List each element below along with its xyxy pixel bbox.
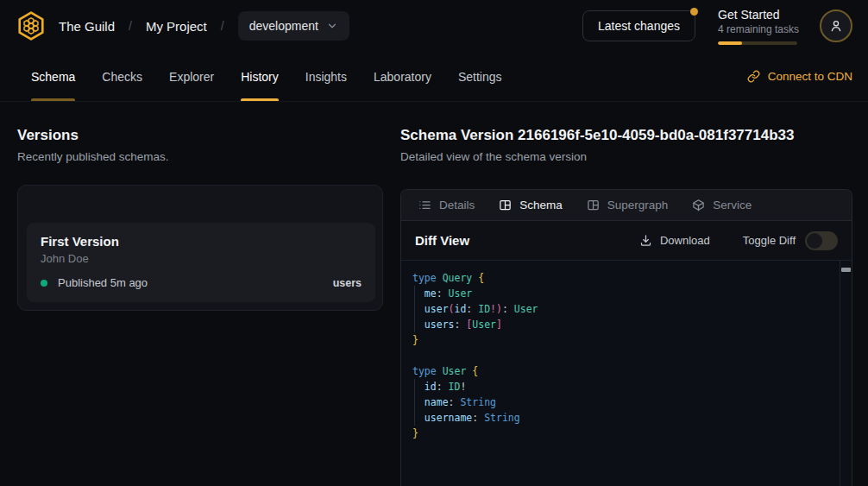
get-started-subtitle: 4 remaining tasks — [718, 23, 797, 35]
download-label: Download — [660, 234, 710, 247]
switch-knob — [807, 233, 822, 249]
version-meta: Published 5m ago users — [41, 276, 362, 289]
target-select[interactable]: development — [238, 11, 349, 41]
header: The Guild / My Project / development Lat… — [0, 0, 868, 52]
diff-toolbar: Diff View Download Toggle Diff — [401, 221, 852, 261]
tab-schema[interactable]: Schema — [499, 199, 563, 211]
versions-card: First Version John Doe Published 5m ago … — [17, 185, 383, 311]
columns-icon — [499, 199, 512, 211]
list-icon — [418, 199, 431, 211]
tab-details-label: Details — [439, 199, 475, 211]
nav-tab-insights[interactable]: Insights — [305, 52, 347, 101]
breadcrumb: The Guild / My Project / development — [59, 11, 349, 41]
panel-tabs: Details Schema Sup — [401, 190, 852, 221]
schema-version-subtitle: Detailed view of the schema version — [400, 150, 852, 163]
person-icon — [828, 18, 844, 34]
nav-tab-schema[interactable]: Schema — [31, 52, 75, 101]
hive-logo-icon[interactable] — [16, 10, 47, 41]
diff-view-title: Diff View — [415, 233, 469, 248]
notification-dot — [690, 8, 698, 16]
latest-changes-label: Latest changes — [598, 19, 680, 33]
download-button[interactable]: Download — [639, 234, 710, 247]
connect-cdn-label: Connect to CDN — [768, 70, 852, 83]
breadcrumb-org[interactable]: The Guild — [59, 19, 115, 34]
breadcrumb-separator: / — [129, 19, 132, 33]
published-status-dot — [41, 280, 47, 287]
tab-service[interactable]: Service — [692, 199, 752, 211]
link-icon — [747, 70, 760, 83]
download-icon — [639, 234, 652, 247]
user-avatar[interactable] — [820, 9, 852, 42]
version-list-item[interactable]: First Version John Doe Published 5m ago … — [27, 223, 375, 302]
tab-supergraph-label: Supergraph — [607, 199, 669, 211]
chevron-down-icon — [326, 20, 338, 32]
code-scrollbar — [840, 261, 852, 486]
tab-schema-label: Schema — [519, 199, 563, 211]
progress-bar — [718, 41, 797, 45]
nav-tab-explorer[interactable]: Explorer — [169, 52, 214, 101]
versions-title: Versions — [17, 127, 383, 144]
columns-icon — [587, 199, 600, 211]
version-author: John Doe — [41, 252, 362, 265]
progress-fill — [718, 41, 742, 45]
toggle-diff-switch[interactable] — [805, 231, 838, 250]
schema-version-panel: Details Schema Sup — [400, 189, 852, 486]
schema-version-section: Schema Version 2166196f-5e10-4059-bd0a-0… — [400, 102, 852, 486]
schema-version-title: Schema Version 2166196f-5e10-4059-bd0a-0… — [400, 127, 852, 144]
versions-section: Versions Recently published schemas. Fir… — [0, 102, 400, 486]
nav-tab-settings[interactable]: Settings — [458, 52, 502, 101]
code-area[interactable]: type Query { me: User user(id: ID!): Use… — [401, 261, 852, 486]
tab-details[interactable]: Details — [418, 199, 475, 211]
tab-service-label: Service — [713, 199, 752, 211]
cube-icon — [692, 199, 705, 211]
service-badge: users — [333, 277, 362, 289]
nav-tab-history[interactable]: History — [241, 52, 279, 101]
version-status: Published 5m ago — [58, 276, 148, 289]
breadcrumb-project[interactable]: My Project — [146, 19, 207, 34]
main-content: Versions Recently published schemas. Fir… — [0, 102, 868, 486]
get-started-title: Get Started — [718, 8, 797, 22]
nav-tab-laboratory[interactable]: Laboratory — [374, 52, 431, 101]
nav-tab-checks[interactable]: Checks — [102, 52, 142, 101]
version-name: First Version — [41, 234, 362, 249]
toggle-diff-label: Toggle Diff — [743, 234, 796, 247]
code-scrollbar-thumb[interactable] — [841, 268, 851, 272]
latest-changes-button[interactable]: Latest changes — [582, 10, 695, 41]
tab-supergraph[interactable]: Supergraph — [587, 199, 669, 211]
main-nav: Schema Checks Explorer History Insights … — [0, 52, 868, 102]
versions-subtitle: Recently published schemas. — [17, 150, 383, 163]
connect-cdn-link[interactable]: Connect to CDN — [747, 52, 852, 101]
code-block: type Query { me: User user(id: ID!): Use… — [401, 261, 852, 450]
breadcrumb-separator: / — [221, 19, 224, 33]
target-select-value: development — [249, 19, 318, 33]
get-started-widget[interactable]: Get Started 4 remaining tasks — [718, 8, 797, 45]
